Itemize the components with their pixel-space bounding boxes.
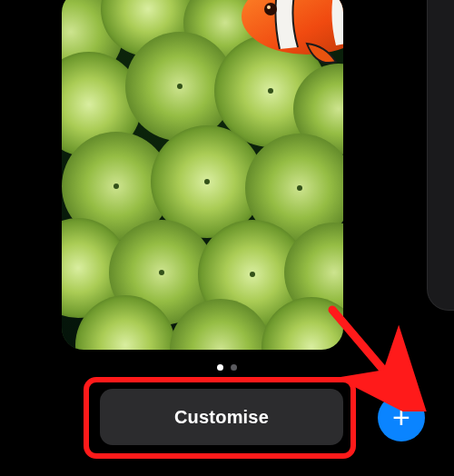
page-indicator: [0, 364, 454, 371]
svg-point-21: [114, 183, 119, 189]
svg-point-26: [264, 3, 277, 15]
wallpaper-preview[interactable]: [62, 0, 343, 350]
adjacent-wallpaper-edge[interactable]: [427, 0, 454, 311]
customise-button-label: Customise: [174, 407, 269, 428]
page-dot-active: [217, 364, 223, 371]
page-dot: [231, 364, 237, 371]
customise-button[interactable]: Customise: [100, 389, 343, 445]
clownfish-anemone-image: [62, 0, 343, 350]
svg-point-20: [268, 88, 273, 94]
svg-point-19: [204, 179, 210, 184]
svg-point-24: [250, 272, 255, 277]
svg-point-23: [159, 270, 164, 275]
svg-point-22: [297, 185, 302, 191]
plus-icon: +: [392, 402, 410, 432]
add-wallpaper-button[interactable]: +: [378, 394, 425, 441]
svg-point-18: [177, 84, 183, 89]
svg-point-27: [267, 5, 271, 9]
